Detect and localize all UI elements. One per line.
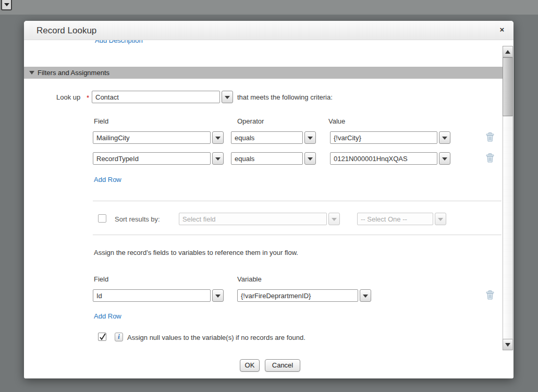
- assignments-add-row-link[interactable]: Add Row: [94, 312, 121, 320]
- assignment-variable-dropdown-button[interactable]: [360, 289, 371, 302]
- sort-order-input[interactable]: [357, 213, 433, 225]
- lookup-object-dropdown-button[interactable]: [222, 91, 233, 103]
- sort-order-dropdown-button[interactable]: [435, 213, 446, 225]
- filter-value-dropdown-button[interactable]: [439, 131, 450, 144]
- filter-operator-input[interactable]: [231, 131, 303, 144]
- assignment-field-input[interactable]: [93, 289, 211, 302]
- dropdown-arrow-icon: [308, 157, 313, 161]
- record-lookup-dialog: Record Lookup × Add Description Filters …: [24, 21, 513, 378]
- dropdown-arrow-icon: [225, 96, 230, 99]
- section-header-label: Filters and Assignments: [38, 67, 109, 79]
- divider-line: [93, 235, 502, 235]
- filter-operator-input[interactable]: [231, 152, 303, 165]
- filter-field-dropdown-button[interactable]: [212, 152, 224, 165]
- background-top-strip: [0, 0, 538, 15]
- filter-field-dropdown-button[interactable]: [212, 131, 224, 144]
- filters-add-row-link[interactable]: Add Row: [94, 176, 121, 183]
- dropdown-arrow-icon: [442, 157, 447, 161]
- divider-line: [93, 201, 502, 201]
- dropdown-arrow-icon: [215, 157, 221, 161]
- arrow-down-icon: [505, 343, 510, 347]
- dropdown-arrow-icon: [308, 137, 313, 140]
- sort-checkbox[interactable]: [98, 214, 106, 223]
- filter-operator-dropdown-button[interactable]: [304, 152, 316, 165]
- dropdown-arrow-icon: [332, 218, 337, 221]
- assign-null-label: Assign null values to the variable(s) if…: [127, 334, 305, 341]
- cancel-button[interactable]: Cancel: [265, 359, 300, 372]
- delete-row-trash-icon[interactable]: [486, 290, 494, 300]
- assignments-column-variable: Variable: [237, 275, 262, 283]
- dropdown-arrow-icon: [438, 218, 443, 221]
- filter-field-input[interactable]: [93, 152, 211, 165]
- dropdown-arrow-icon: [363, 295, 368, 298]
- assignments-intro-text: Assign the record's fields to variables …: [94, 249, 298, 256]
- filters-column-field: Field: [94, 117, 108, 125]
- dropdown-arrow-icon: [4, 3, 9, 6]
- scrollbar-down-button[interactable]: [503, 339, 513, 350]
- info-icon[interactable]: i: [115, 333, 123, 341]
- assignment-variable-input[interactable]: [237, 289, 358, 302]
- filter-value-input[interactable]: [330, 131, 437, 144]
- sort-field-dropdown-button[interactable]: [328, 213, 340, 225]
- checkmark-icon: [99, 334, 106, 341]
- filters-assignments-section-header[interactable]: Filters and Assignments: [24, 67, 503, 79]
- sort-field-input[interactable]: [179, 213, 327, 225]
- lookup-object-input[interactable]: [92, 91, 220, 103]
- background-dropdown-button[interactable]: [1, 0, 12, 10]
- dialog-title: Record Lookup: [36, 26, 96, 36]
- required-marker: *: [87, 94, 89, 102]
- filter-operator-dropdown-button[interactable]: [304, 131, 316, 144]
- sort-label: Sort results by:: [115, 215, 160, 223]
- lookup-suffix-text: that meets the following criteria:: [237, 93, 333, 101]
- scrollbar-thumb[interactable]: [503, 57, 513, 116]
- arrow-up-icon: [505, 50, 510, 54]
- vertical-scrollbar: [503, 46, 513, 350]
- close-icon[interactable]: ×: [497, 25, 507, 34]
- filter-value-input[interactable]: [330, 152, 437, 165]
- dropdown-arrow-icon: [215, 137, 221, 140]
- collapse-triangle-icon: [29, 71, 34, 75]
- filter-field-input[interactable]: [93, 131, 211, 144]
- dropdown-arrow-icon: [442, 137, 447, 140]
- filters-column-operator: Operator: [237, 117, 264, 125]
- dialog-body: Add Description Filters and Assignments …: [24, 40, 513, 378]
- dialog-header: Record Lookup ×: [24, 21, 513, 40]
- assignments-column-field: Field: [94, 275, 108, 283]
- assign-null-checkbox[interactable]: [98, 333, 106, 341]
- delete-row-trash-icon[interactable]: [486, 153, 494, 163]
- assignment-field-dropdown-button[interactable]: [212, 289, 224, 302]
- add-description-link[interactable]: Add Description: [95, 40, 143, 44]
- delete-row-trash-icon[interactable]: [486, 132, 494, 142]
- scrollbar-up-button[interactable]: [503, 46, 513, 57]
- lookup-label: Look up: [56, 93, 80, 101]
- filter-value-dropdown-button[interactable]: [439, 152, 450, 165]
- filters-column-value: Value: [328, 117, 345, 125]
- ok-button[interactable]: OK: [240, 359, 260, 372]
- dropdown-arrow-icon: [215, 295, 221, 298]
